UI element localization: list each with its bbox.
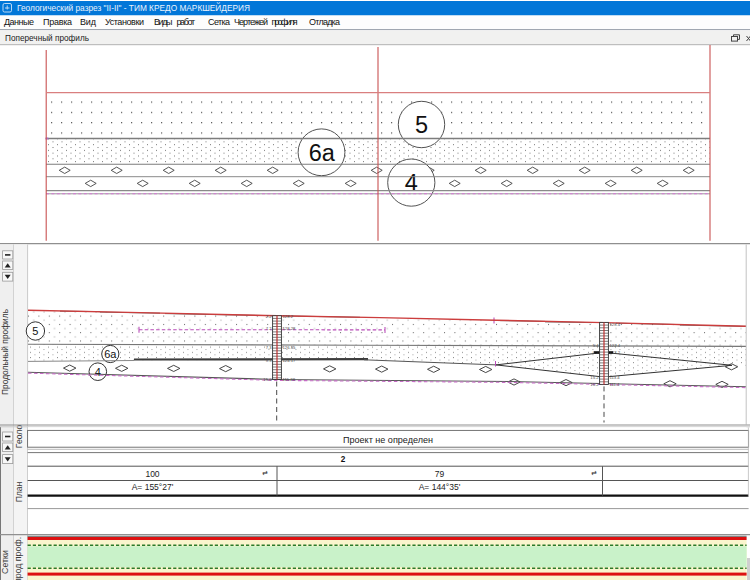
- svg-text:124.17: 124.17: [283, 358, 296, 363]
- svg-text:Вид: Вид: [80, 17, 97, 27]
- svg-text:План: План: [14, 481, 24, 502]
- svg-text:Сетка: Сетка: [208, 17, 230, 27]
- svg-text:4: 4: [405, 170, 418, 196]
- svg-text:Виды: Виды: [154, 17, 173, 27]
- svg-text:79: 79: [435, 469, 445, 479]
- svg-text:профиля: профиля: [272, 17, 298, 27]
- svg-text:5: 5: [32, 325, 38, 337]
- svg-text:прод проф.: прод проф.: [13, 537, 23, 580]
- svg-text:⇄: ⇄: [591, 469, 597, 476]
- svg-text:6а: 6а: [309, 140, 336, 166]
- svg-text:126.35: 126.35: [283, 345, 296, 350]
- svg-text:113.4: 113.4: [610, 375, 621, 380]
- svg-text:6а: 6а: [104, 348, 117, 360]
- svg-text:128.2: 128.2: [283, 314, 294, 319]
- svg-text:2: 2: [341, 455, 346, 464]
- svg-text:Установки: Установки: [105, 17, 144, 27]
- svg-text:5: 5: [415, 112, 428, 138]
- svg-text:100: 100: [145, 469, 159, 479]
- svg-text:4: 4: [95, 366, 101, 378]
- svg-text:5.4: 5.4: [593, 343, 599, 348]
- svg-text:7.3: 7.3: [266, 345, 272, 350]
- svg-text:15.2: 15.2: [590, 375, 599, 380]
- svg-text:Проект не определен: Проект не определен: [343, 435, 433, 445]
- svg-text:Отладка: Отладка: [309, 17, 340, 27]
- svg-text:122.2: 122.2: [610, 350, 621, 355]
- svg-text:Геологический разрез "II-II" -: Геологический разрез "II-II" - ТИМ КРЕДО…: [17, 2, 250, 13]
- svg-text:Правка: Правка: [43, 17, 72, 27]
- svg-text:2.2: 2.2: [266, 314, 272, 319]
- svg-text:16.2: 16.2: [590, 382, 599, 387]
- svg-text:6.2: 6.2: [593, 350, 599, 355]
- svg-text:Продольный профиль: Продольный профиль: [0, 309, 10, 395]
- svg-text:Поперечный профиль: Поперечный профиль: [5, 32, 89, 43]
- svg-text:128.28: 128.28: [283, 326, 296, 331]
- svg-text:работ: работ: [177, 17, 196, 27]
- svg-text:А= 155°27': А= 155°27': [132, 482, 174, 492]
- svg-text:115.28: 115.28: [283, 377, 296, 382]
- svg-text:Геоло: Геоло: [14, 425, 24, 449]
- svg-text:7.2: 7.2: [266, 326, 272, 331]
- svg-text:111.4: 111.4: [610, 382, 621, 387]
- svg-text:122.4: 122.4: [610, 343, 621, 348]
- svg-text:128.4: 128.4: [610, 322, 621, 327]
- svg-text:⇄: ⇄: [262, 469, 268, 476]
- svg-text:Сетки: Сетки: [0, 550, 10, 574]
- svg-text:9.3: 9.3: [266, 358, 272, 363]
- svg-text:А= 144°35': А= 144°35': [419, 482, 461, 492]
- svg-text:Данные: Данные: [4, 17, 34, 27]
- svg-text:Чертежей: Чертежей: [234, 17, 268, 27]
- svg-text:15.0: 15.0: [263, 377, 272, 382]
